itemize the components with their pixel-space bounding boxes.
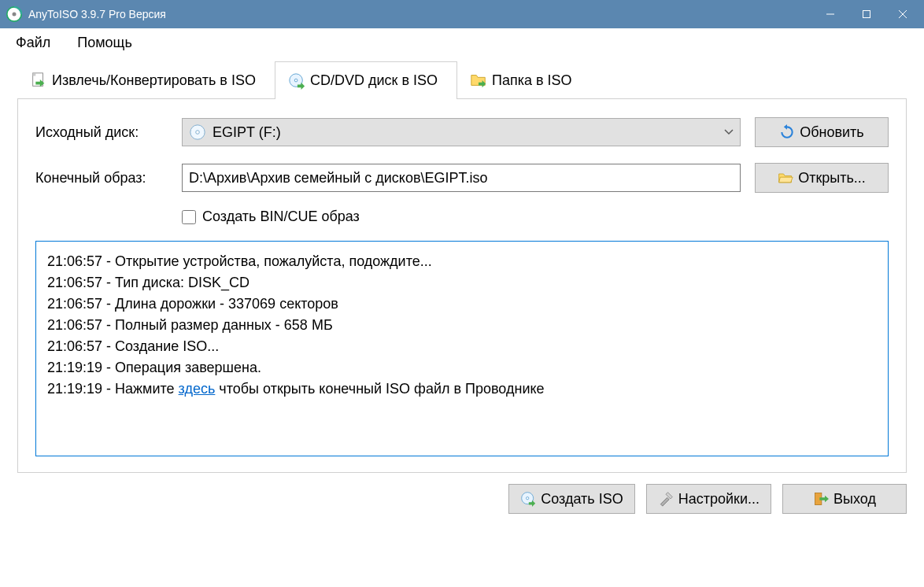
open-label: Открыть...	[798, 170, 866, 186]
titlebar: AnyToISO 3.9.7 Pro Версия	[0, 0, 924, 28]
tab-panel: Исходный диск: EGIPT (F:) О	[17, 98, 907, 473]
footer: Создать ISO Настройки... Выход	[0, 473, 924, 514]
settings-label: Настройки...	[678, 491, 760, 508]
log-line: 21:06:57 - Создание ISO...	[47, 336, 877, 357]
log-line: 21:06:57 - Полный размер данных - 658 МБ	[47, 315, 877, 336]
log-text: чтобы открыть конечный ISO файл в Провод…	[215, 381, 544, 397]
tab-extract[interactable]: Извлечь/Конвертировать в ISO	[17, 61, 275, 99]
menubar: Файл Помощь	[0, 28, 924, 57]
svg-rect-4	[863, 11, 870, 18]
svg-point-11	[196, 131, 200, 135]
log-text: 21:19:19 - Нажмите	[47, 381, 179, 397]
log-line: 21:06:57 - Тип диска: DISK_CD	[47, 272, 877, 294]
tools-icon	[658, 491, 674, 507]
exit-icon	[813, 491, 829, 507]
window-title: AnyToISO 3.9.7 Pro Версия	[28, 8, 812, 20]
bincue-row: Создать BIN/CUE образ	[182, 209, 889, 225]
disc-arrow-icon	[288, 72, 305, 90]
settings-button[interactable]: Настройки...	[646, 484, 771, 514]
tab-cd-dvd[interactable]: CD/DVD диск в ISO	[275, 61, 457, 99]
svg-point-13	[527, 497, 529, 500]
log-line: 21:06:57 - Открытие устройства, пожалуйс…	[47, 251, 877, 272]
open-button[interactable]: Открыть...	[755, 163, 889, 193]
tab-folder-label: Папка в ISO	[492, 72, 572, 89]
source-drive-combo[interactable]: EGIPT (F:)	[182, 118, 741, 146]
close-button[interactable]	[885, 0, 921, 28]
destination-input[interactable]	[182, 164, 741, 192]
source-label: Исходный диск:	[35, 124, 168, 141]
exit-button[interactable]: Выход	[782, 484, 907, 514]
source-row: Исходный диск: EGIPT (F:) О	[35, 117, 889, 147]
minimize-button[interactable]	[812, 0, 848, 28]
source-drive-value: EGIPT (F:)	[213, 124, 718, 141]
menu-help[interactable]: Помощь	[71, 31, 146, 54]
destination-row: Конечный образ: Открыть...	[35, 163, 889, 193]
log-line: 21:06:57 - Длина дорожки - 337069 сектор…	[47, 294, 877, 315]
open-in-explorer-link[interactable]: здесь	[179, 381, 216, 397]
bincue-label[interactable]: Создать BIN/CUE образ	[202, 209, 360, 225]
disc-icon	[189, 124, 206, 141]
refresh-label: Обновить	[800, 124, 864, 141]
chevron-down-icon	[724, 129, 734, 135]
refresh-button[interactable]: Обновить	[755, 117, 889, 147]
exit-label: Выход	[833, 491, 876, 508]
folder-arrow-icon	[470, 72, 487, 89]
folder-open-icon	[778, 170, 793, 186]
destination-label: Конечный образ:	[35, 170, 168, 186]
tab-underline	[17, 98, 907, 99]
refresh-icon	[779, 124, 795, 140]
svg-point-9	[294, 79, 298, 82]
log-output[interactable]: 21:06:57 - Открытие устройства, пожалуйс…	[35, 241, 889, 456]
log-line: 21:19:19 - Нажмите здесь чтобы открыть к…	[47, 378, 877, 400]
log-line: 21:19:19 - Операция завершена.	[47, 357, 877, 378]
svg-point-2	[13, 13, 17, 17]
app-icon	[6, 6, 22, 22]
maximize-button[interactable]	[848, 0, 885, 28]
content-area: Извлечь/Конвертировать в ISO CD/DVD диск…	[0, 57, 924, 473]
tab-folder[interactable]: Папка в ISO	[457, 61, 591, 99]
tab-cd-dvd-label: CD/DVD диск в ISO	[310, 72, 438, 89]
create-iso-label: Создать ISO	[541, 491, 623, 508]
disc-arrow-icon	[520, 491, 536, 507]
window-controls	[812, 0, 921, 28]
tab-bar: Извлечь/Конвертировать в ISO CD/DVD диск…	[17, 61, 907, 99]
tab-extract-label: Извлечь/Конвертировать в ISO	[52, 72, 256, 89]
menu-file[interactable]: Файл	[9, 31, 65, 54]
bincue-checkbox[interactable]	[182, 210, 196, 224]
create-iso-button[interactable]: Создать ISO	[508, 484, 634, 514]
file-arrow-icon	[30, 72, 47, 89]
